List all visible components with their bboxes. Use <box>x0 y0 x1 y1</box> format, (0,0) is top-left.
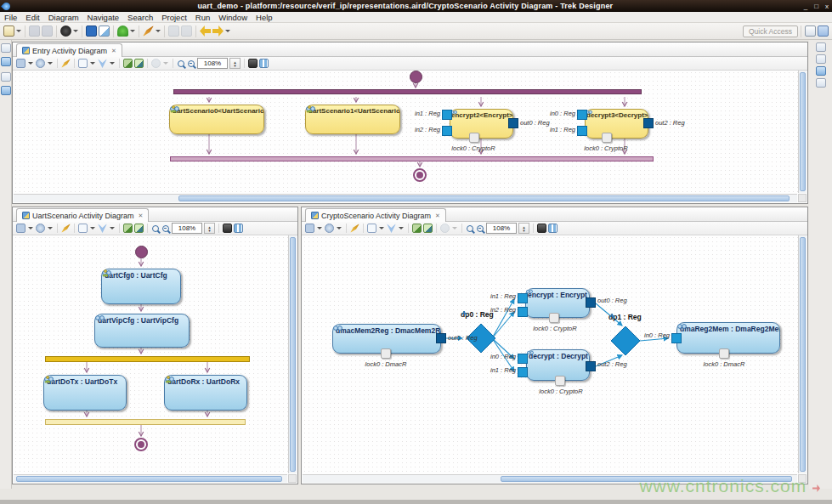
crypto-canvas[interactable]: dmacMem2Reg : DmacMem2Reg out0 : Reg loc… <box>303 235 799 474</box>
node-decrypt3[interactable]: decrypt3<Decrypt> <box>585 109 648 139</box>
pin-encrypt2-in2[interactable] <box>442 126 452 136</box>
zoom-spinner[interactable]: ▴▾ <box>204 223 215 234</box>
crypto-tab-close-icon[interactable]: ✕ <box>435 212 440 219</box>
minimized-view-icon[interactable] <box>1 43 11 53</box>
align-icon[interactable] <box>98 224 107 233</box>
menu-window[interactable]: Window <box>214 13 252 22</box>
select-dropdown-icon[interactable] <box>379 227 384 229</box>
run-wand-icon[interactable] <box>143 25 154 37</box>
entry-vertical-scrollbar[interactable] <box>798 71 807 193</box>
layers-icon[interactable] <box>16 224 25 233</box>
back-arrow-icon[interactable] <box>200 25 211 37</box>
new-wizard-icon[interactable] <box>3 25 14 37</box>
menu-project[interactable]: Project <box>157 13 191 22</box>
menu-file[interactable]: File <box>0 13 21 22</box>
filters-icon[interactable] <box>36 224 45 233</box>
zoom-out-icon[interactable] <box>477 225 484 232</box>
debug-dropdown-icon[interactable] <box>73 30 78 32</box>
uart-final-node[interactable] <box>134 438 148 451</box>
uart-canvas[interactable]: uartCfg0 : UartCfg uartVipCfg : UartVipC… <box>14 235 289 474</box>
minimized-properties-icon[interactable] <box>816 42 826 52</box>
zoom-in-icon[interactable] <box>152 225 159 232</box>
node-uartVipCfg[interactable]: uartVipCfg : UartVipCfg <box>94 314 190 348</box>
layers-icon[interactable] <box>16 59 25 68</box>
key-icon[interactable] <box>117 25 128 37</box>
snapshot-icon[interactable] <box>223 224 232 233</box>
entry-initial-node[interactable] <box>410 71 422 83</box>
uart-initial-node[interactable] <box>135 246 148 258</box>
menu-navigate[interactable]: Navigate <box>83 13 124 22</box>
node-uartScenario1[interactable]: uartScenario1<UartScenario> <box>305 105 400 134</box>
entry-tab-close-icon[interactable]: ✕ <box>111 48 116 54</box>
pin-decrypt-in1[interactable] <box>518 367 528 377</box>
maximize-button[interactable]: □ <box>811 3 822 10</box>
paste-wand-icon[interactable] <box>61 224 71 233</box>
filters-dropdown-icon[interactable] <box>337 227 342 229</box>
dp1-label[interactable]: dp1 : Reg <box>608 313 642 321</box>
pin-decrypt-out2[interactable] <box>586 361 596 371</box>
filters-dropdown-icon[interactable] <box>48 227 53 229</box>
uart-tab-close-icon[interactable]: ✕ <box>139 212 144 219</box>
crypto-vertical-scrollbar[interactable] <box>798 235 807 473</box>
zoom-in-icon[interactable] <box>178 60 184 67</box>
new-dropdown-icon[interactable] <box>16 30 21 32</box>
grid-icon[interactable] <box>234 224 243 233</box>
minimized-window-icon[interactable] <box>816 54 826 64</box>
close-button[interactable]: x <box>822 3 832 10</box>
pin-dma-in0[interactable] <box>671 333 682 343</box>
export-image-icon[interactable] <box>123 224 133 233</box>
menu-diagram[interactable]: Diagram <box>44 13 83 22</box>
zoom-level-input[interactable]: 108% <box>197 58 228 69</box>
zoom-out-icon[interactable] <box>162 225 169 232</box>
pin-dma-lock0[interactable] <box>719 348 729 359</box>
grid-icon[interactable] <box>259 59 269 68</box>
layers-dropdown-icon[interactable] <box>28 227 33 229</box>
export-image-icon[interactable] <box>123 59 133 68</box>
snapshot-icon[interactable] <box>537 224 546 233</box>
node-uartScenario0[interactable]: uartScenario0<UartScenario> <box>169 105 264 134</box>
uart-fork-bar[interactable] <box>45 356 250 362</box>
uart-horizontal-scrollbar[interactable] <box>14 474 287 483</box>
select-shape-icon[interactable] <box>78 59 88 68</box>
pin-dmac-out0[interactable] <box>436 333 446 343</box>
menu-run[interactable]: Run <box>191 13 214 22</box>
select-dropdown-icon[interactable] <box>90 62 95 65</box>
perspective-icon[interactable] <box>805 25 816 37</box>
entry-fork-bar[interactable] <box>173 89 642 94</box>
layers-dropdown-icon[interactable] <box>28 62 33 65</box>
pin-decrypt3-in1[interactable] <box>577 126 587 136</box>
align-dropdown-icon[interactable] <box>399 227 404 229</box>
align-dropdown-icon[interactable] <box>110 62 115 65</box>
wand-dropdown-icon[interactable] <box>156 30 161 32</box>
node-uartDoRx[interactable]: uartDoRx : UartDoRx <box>164 375 247 411</box>
select-shape-icon[interactable] <box>78 224 88 233</box>
pin-encrypt-in2[interactable] <box>518 307 528 317</box>
snapshot-icon[interactable] <box>248 59 258 68</box>
grid-icon[interactable] <box>548 224 557 233</box>
paste-wand-icon[interactable] <box>350 224 359 233</box>
edit-image-icon[interactable] <box>134 224 144 233</box>
filters-dropdown-icon[interactable] <box>48 62 53 65</box>
menu-edit[interactable]: Edit <box>21 13 43 22</box>
pin-encrypt-out0[interactable] <box>586 297 596 308</box>
forward-dropdown-icon[interactable] <box>225 30 230 32</box>
node-uartCfg0[interactable]: uartCfg0 : UartCfg <box>101 269 181 304</box>
filters-icon[interactable] <box>325 224 334 233</box>
pin-encrypt2-out0[interactable] <box>508 118 518 128</box>
layers-icon[interactable] <box>305 224 314 233</box>
align-dropdown-icon[interactable] <box>110 227 115 229</box>
zoom-level-input[interactable]: 108% <box>486 223 517 234</box>
pin-dmac-lock0[interactable] <box>381 348 391 359</box>
pin-encrypt2-in1[interactable] <box>442 110 452 120</box>
open-perspective-icon[interactable] <box>818 25 829 37</box>
pin-encrypt2-lock0[interactable] <box>469 133 479 143</box>
entry-join-bar[interactable] <box>170 156 654 161</box>
minimized-problems-icon[interactable] <box>816 66 826 76</box>
tab-cryptoscenario-activity-diagram[interactable]: CryptoScenario Activity Diagram ✕ <box>305 208 446 222</box>
uart-vertical-scrollbar[interactable] <box>288 235 297 473</box>
paste-wand-icon[interactable] <box>61 59 71 68</box>
align-icon[interactable] <box>98 59 107 68</box>
filters-icon[interactable] <box>36 59 45 68</box>
minimized-explorer-icon[interactable] <box>1 57 11 66</box>
entry-horizontal-scrollbar[interactable] <box>14 194 797 202</box>
